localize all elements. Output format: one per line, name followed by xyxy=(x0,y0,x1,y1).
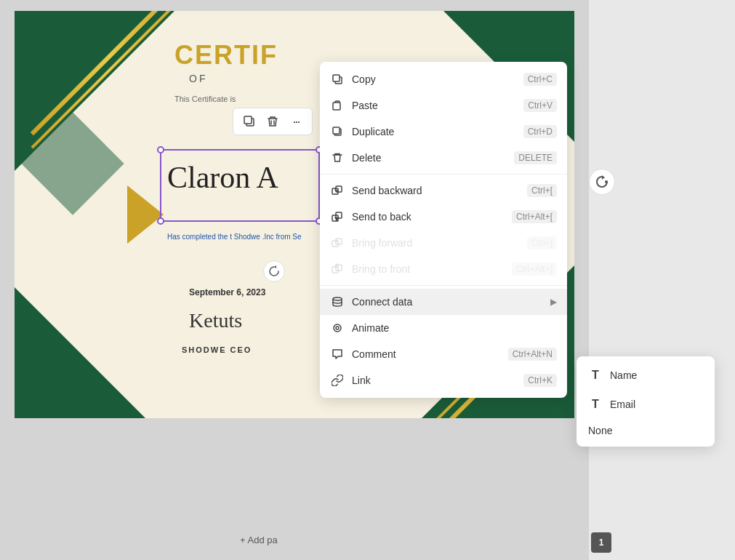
handle-tl[interactable] xyxy=(157,146,164,153)
toolbar-duplicate-btn[interactable] xyxy=(239,111,260,132)
svg-rect-5 xyxy=(333,103,340,110)
trash-icon xyxy=(267,116,278,127)
delete-label: Delete xyxy=(352,152,508,164)
link-shortcut: Ctrl+K xyxy=(523,374,557,387)
paste-label: Paste xyxy=(352,100,518,111)
send-to-back-label: Send to back xyxy=(352,211,506,223)
refresh-icon xyxy=(595,175,609,189)
send-backward-icon xyxy=(330,183,345,198)
menu-item-copy[interactable]: Copy Ctrl+C xyxy=(320,66,567,92)
right-rotate-button[interactable] xyxy=(589,169,615,195)
text-email-icon: T xyxy=(588,397,603,412)
menu-item-bring-forward: Bring forward Ctrl+] xyxy=(320,230,567,256)
bring-to-front-icon xyxy=(330,262,345,276)
element-toolbar: ··· xyxy=(233,108,313,135)
menu-item-connect-data[interactable]: Connect data ▶ xyxy=(320,289,567,315)
cert-ceo-name: SHODWE CEO xyxy=(182,345,252,354)
send-backward-label: Send backward xyxy=(352,185,521,196)
divider-1 xyxy=(320,174,567,175)
submenu-name-label: Name xyxy=(610,369,637,381)
svg-rect-4 xyxy=(333,75,340,81)
svg-point-2 xyxy=(605,180,608,183)
send-to-back-shortcut: Ctrl+Alt+[ xyxy=(512,210,557,223)
svg-rect-1 xyxy=(244,116,252,124)
delete-icon xyxy=(330,151,345,165)
submenu-item-email[interactable]: T Email xyxy=(577,390,715,419)
handle-bl[interactable] xyxy=(157,217,164,225)
delete-shortcut: DELETE xyxy=(514,151,557,164)
svg-rect-15 xyxy=(332,267,338,273)
send-backward-shortcut: Ctrl+[ xyxy=(527,184,557,197)
connect-data-icon xyxy=(330,295,345,309)
rotate-button[interactable] xyxy=(263,260,285,282)
connect-data-submenu: T Name T Email None xyxy=(577,356,715,447)
animate-icon xyxy=(330,321,345,335)
text-name-icon: T xyxy=(588,368,603,383)
menu-item-comment[interactable]: Comment Ctrl+Alt+N xyxy=(320,341,567,367)
send-to-back-icon xyxy=(330,209,345,224)
connect-data-label: Connect data xyxy=(352,296,545,308)
submenu-email-label: Email xyxy=(610,399,635,410)
add-page-button[interactable]: + Add pa xyxy=(240,535,278,545)
bring-forward-shortcut: Ctrl+] xyxy=(527,236,557,249)
duplicate-shortcut: Ctrl+D xyxy=(523,125,557,138)
svg-point-19 xyxy=(334,324,341,332)
copy-shortcut: Ctrl+C xyxy=(523,73,557,86)
link-label: Link xyxy=(352,375,518,386)
toolbar-more-btn[interactable]: ··· xyxy=(286,111,306,132)
cert-of: OF xyxy=(189,73,207,84)
comment-icon xyxy=(330,347,345,361)
menu-item-send-to-back[interactable]: Send to back Ctrl+Alt+[ xyxy=(320,204,567,230)
menu-item-bring-to-front: Bring to front Ctrl+Alt+] xyxy=(320,256,567,282)
duplicate-icon xyxy=(330,124,345,139)
menu-item-paste[interactable]: Paste Ctrl+V xyxy=(320,92,567,119)
paste-shortcut: Ctrl+V xyxy=(523,99,557,112)
cert-name: Claron A xyxy=(167,160,278,195)
menu-item-duplicate[interactable]: Duplicate Ctrl+D xyxy=(320,119,567,145)
cert-presented: This Certificate is xyxy=(174,95,236,103)
paste-icon xyxy=(330,98,345,113)
duplicate-icon xyxy=(244,116,255,127)
cert-chevron xyxy=(127,185,164,244)
svg-rect-7 xyxy=(333,127,340,134)
submenu-arrow-icon: ▶ xyxy=(550,297,557,307)
comment-label: Comment xyxy=(352,348,502,360)
comment-shortcut: Ctrl+Alt+N xyxy=(508,348,557,361)
copy-icon xyxy=(330,72,345,87)
menu-item-animate[interactable]: Animate xyxy=(320,315,567,341)
cert-title: CERTIF xyxy=(174,40,278,71)
svg-point-18 xyxy=(333,297,342,300)
toolbar-delete-btn[interactable] xyxy=(262,111,283,132)
cert-completed: Has completed the t Shodwe .Inc from Se xyxy=(167,233,302,241)
page-number-badge: 1 xyxy=(591,532,611,553)
bring-to-front-shortcut: Ctrl+Alt+] xyxy=(512,263,557,276)
link-icon xyxy=(330,373,345,388)
rotate-icon xyxy=(268,265,280,277)
duplicate-label: Duplicate xyxy=(352,126,518,137)
corner-bl xyxy=(15,287,145,418)
bring-forward-label: Bring forward xyxy=(352,237,521,249)
submenu-none-option[interactable]: None xyxy=(577,419,715,442)
svg-point-20 xyxy=(336,327,339,329)
cert-date: September 6, 2023 xyxy=(189,287,265,297)
bring-to-front-label: Bring to front xyxy=(352,263,506,275)
menu-item-send-backward[interactable]: Send backward Ctrl+[ xyxy=(320,177,567,204)
cert-ceo-sig: Ketuts xyxy=(189,309,242,332)
copy-label: Copy xyxy=(352,73,518,85)
submenu-item-name[interactable]: T Name xyxy=(577,361,715,390)
bring-forward-icon xyxy=(330,236,345,250)
menu-item-delete[interactable]: Delete DELETE xyxy=(320,145,567,171)
menu-item-link[interactable]: Link Ctrl+K xyxy=(320,367,567,393)
context-menu: Copy Ctrl+C Paste Ctrl+V Duplicate Ctrl+… xyxy=(320,62,567,398)
divider-2 xyxy=(320,285,567,286)
animate-label: Animate xyxy=(352,322,557,334)
